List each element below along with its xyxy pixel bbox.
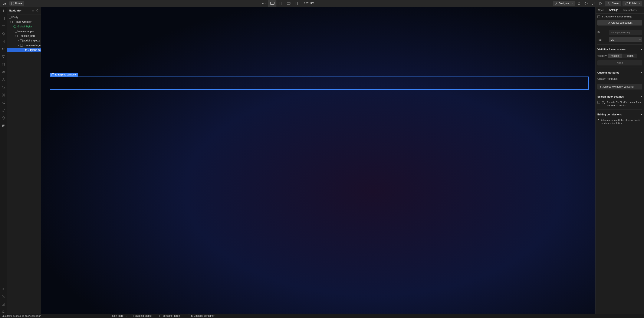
chevron-down-icon: ▾ — [640, 39, 640, 41]
viewport-tablet[interactable] — [276, 0, 284, 7]
chevron-down-icon[interactable]: ▾ — [12, 30, 14, 32]
sync-icon[interactable] — [576, 0, 582, 6]
viewport-mobile[interactable] — [292, 0, 301, 7]
navigator-panel-icon[interactable] — [2, 24, 5, 28]
components-panel-icon[interactable] — [2, 32, 5, 36]
home-label: Home — [15, 2, 22, 5]
settings-checkbox[interactable] — [597, 15, 600, 18]
variables-panel-icon[interactable] — [2, 39, 5, 43]
pages-panel-icon[interactable] — [2, 16, 5, 20]
tree-item-fs-container[interactable]: fs-3dglobe-co — [7, 48, 41, 52]
svg-rect-1 — [270, 2, 274, 4]
tree-item-section-hero[interactable]: ▾ section_hero — [7, 34, 41, 38]
chevron-down-icon[interactable]: ▾ — [17, 39, 19, 42]
add-panel-icon[interactable] — [2, 9, 5, 13]
breadcrumb-item[interactable]: container-large — [157, 315, 182, 317]
apps-panel-icon[interactable] — [2, 93, 5, 97]
add-visibility-condition[interactable]: + — [638, 54, 642, 58]
pin-icon[interactable] — [36, 9, 38, 12]
breadcrumb-sep: 〉 — [126, 314, 129, 318]
collapse-icon[interactable] — [32, 9, 34, 12]
svg-rect-2 — [279, 2, 282, 5]
cms-panel-icon[interactable] — [2, 62, 5, 66]
div-icon — [20, 44, 23, 47]
brush-icon[interactable] — [2, 108, 5, 112]
svg-point-16 — [3, 78, 4, 80]
chevron-down-icon[interactable]: ▾ — [641, 114, 642, 116]
comment-icon[interactable] — [590, 0, 596, 6]
tab-settings[interactable]: Settings — [606, 7, 621, 13]
designing-dropdown[interactable]: Designing ▾ — [553, 1, 574, 6]
svg-rect-19 — [2, 94, 3, 95]
chevron-down-icon[interactable]: ▾ — [641, 48, 642, 51]
tab-interactions[interactable]: Interactions — [621, 7, 639, 13]
style-panel-icon[interactable] — [2, 47, 5, 51]
tag-label: Tag — [597, 38, 607, 41]
breadcrumb-item[interactable]: ction_hero — [109, 315, 126, 317]
design-canvas[interactable]: fs-3dglobe-container — [41, 7, 596, 314]
finsweet-icon[interactable]: {F — [2, 124, 5, 128]
svg-point-31 — [602, 101, 604, 103]
svg-point-13 — [2, 63, 5, 64]
preview-icon[interactable] — [598, 0, 604, 6]
tree-item-page-wrapper[interactable]: ▾ page-wrapper — [7, 19, 41, 24]
tree-label: fs-3dglobe-co — [25, 48, 41, 51]
publish-button[interactable]: Publish ▾ — [622, 1, 642, 6]
users-panel-icon[interactable] — [2, 70, 5, 74]
tree-item-body[interactable]: Body — [7, 15, 41, 19]
ecommerce-panel-icon[interactable] — [2, 85, 5, 89]
div-icon — [9, 16, 12, 18]
viewport-desktop-large[interactable] — [268, 0, 276, 7]
tag-select[interactable]: Div ▾ — [609, 37, 642, 42]
search-off-icon — [602, 101, 605, 104]
user-panel-icon[interactable] — [2, 78, 5, 82]
chevron-down-icon[interactable]: ▾ — [641, 72, 642, 74]
page-icon — [12, 2, 14, 5]
chevron-down-icon[interactable]: ▾ — [9, 21, 12, 23]
help-icon[interactable] — [2, 295, 5, 299]
add-custom-attr[interactable]: + — [638, 77, 642, 81]
search-icon[interactable] — [2, 310, 5, 314]
svg-point-17 — [3, 88, 4, 89]
div-icon — [18, 35, 20, 37]
svg-point-29 — [2, 311, 4, 313]
home-button[interactable]: Home — [9, 1, 24, 6]
custom-attr-item[interactable]: fs-3dglobe-element="container" — [597, 84, 642, 90]
share-button[interactable]: Share — [605, 1, 621, 6]
visibility-hidden[interactable]: Hidden — [622, 54, 637, 58]
logic-panel-icon[interactable] — [2, 101, 5, 105]
chevron-down-icon[interactable]: ▾ — [641, 96, 642, 98]
more-menu[interactable]: ••• — [261, 0, 267, 6]
component-icon — [14, 25, 16, 28]
assets-panel-icon[interactable] — [2, 55, 5, 59]
create-component-button[interactable]: Create component — [597, 20, 642, 25]
code-icon[interactable] — [583, 0, 589, 6]
id-input[interactable] — [609, 30, 642, 35]
svg-point-23 — [4, 102, 5, 102]
svg-point-8 — [2, 48, 3, 49]
tree-item-main-wrapper[interactable]: ▾ main-wrapper — [7, 29, 41, 34]
tree-item-container-large[interactable]: ▾ container-large — [7, 43, 41, 48]
person-plus-icon — [608, 2, 610, 5]
svg-point-9 — [4, 48, 4, 49]
exclude-checkbox[interactable] — [597, 101, 600, 104]
breadcrumb-item[interactable]: fs-3dglobe-container — [185, 315, 217, 317]
tree-label: Global Styles — [18, 25, 32, 28]
tree-item-global-styles[interactable]: Global Styles — [7, 24, 41, 29]
tree-label: section_hero — [21, 34, 36, 37]
selected-element-outline[interactable] — [50, 77, 589, 90]
chevron-down-icon[interactable]: ▾ — [18, 44, 20, 46]
audit-icon[interactable] — [2, 302, 5, 306]
viewport-width: 1231 PX — [302, 2, 316, 5]
tab-style[interactable]: Style — [596, 7, 606, 13]
visibility-visible[interactable]: Visible — [608, 54, 622, 58]
chevron-down-icon[interactable]: ▾ — [14, 35, 16, 37]
tree-item-padding-global[interactable]: ▾ padding-global — [7, 38, 41, 43]
webflow-logo[interactable] — [2, 1, 8, 6]
breadcrumb-item[interactable]: padding-global — [129, 315, 154, 317]
settings-icon[interactable] — [2, 287, 5, 291]
share-label: Share — [612, 2, 619, 5]
viewport-mobile-landscape[interactable] — [284, 0, 292, 7]
cube-icon[interactable] — [2, 116, 5, 120]
selection-label[interactable]: fs-3dglobe-container — [50, 73, 78, 77]
